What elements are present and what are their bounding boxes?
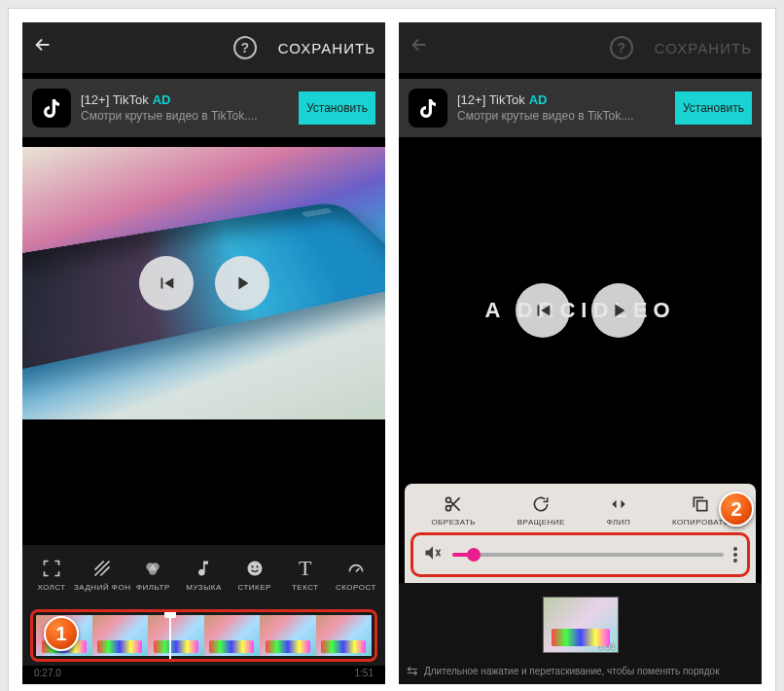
smiley-icon xyxy=(245,558,265,579)
left-screenshot: ? СОХРАНИТЬ [12+] TikTokAD Смотри крутые… xyxy=(22,22,385,684)
ad-banner[interactable]: [12+] TikTokAD Смотри крутые видео в Tik… xyxy=(22,79,385,137)
callout-1: 1 xyxy=(44,616,79,651)
svg-point-4 xyxy=(251,565,253,567)
copy-icon xyxy=(691,493,710,515)
hatch-icon xyxy=(92,558,112,579)
skip-back-button[interactable] xyxy=(139,256,194,310)
skip-back-button[interactable] xyxy=(516,283,570,338)
ad-text: [12+] TikTokAD Смотри крутые видео в Tik… xyxy=(81,92,289,124)
tool-rotate[interactable]: ВРАЩЕНИЕ xyxy=(517,493,565,527)
time-cues: 0:27.0 1:51 xyxy=(22,666,385,684)
ad-text: [12+] TikTokAD Смотри крутые видео в Tik… xyxy=(457,92,665,124)
reorder-hint: ⇆ Длительное нажатие и перетаскивание, ч… xyxy=(399,657,762,684)
music-note-icon xyxy=(194,558,213,579)
svg-rect-8 xyxy=(697,501,707,511)
topbar: ? СОХРАНИТЬ xyxy=(22,22,385,73)
tool-trim[interactable]: ОБРЕЗАТЬ xyxy=(431,493,476,527)
back-arrow-icon[interactable] xyxy=(32,34,53,61)
help-icon[interactable]: ? xyxy=(233,36,257,59)
video-preview[interactable]: A DRCIDLEO xyxy=(399,137,762,484)
tools-scrollbar[interactable]: ХОЛСТ ЗАДНИЙ ФОН ФИЛЬТР МУЗЫКА СТИКЕР T … xyxy=(22,545,385,603)
clip-tools-panel: ОБРЕЗАТЬ ВРАЩЕНИЕ ФЛИП КОПИРОВАТЬ xyxy=(405,484,756,583)
scissors-icon xyxy=(444,493,463,515)
gauge-icon xyxy=(346,558,366,579)
more-menu-icon[interactable] xyxy=(733,547,737,563)
volume-row xyxy=(410,532,750,577)
svg-point-2 xyxy=(149,566,157,574)
back-arrow-icon[interactable] xyxy=(409,34,430,61)
text-icon: T xyxy=(299,558,311,579)
flip-icon xyxy=(609,493,628,515)
right-screenshot: ? СОХРАНИТЬ [12+] TikTokAD Смотри крутые… xyxy=(399,22,762,684)
tool-text[interactable]: T ТЕКСТ xyxy=(280,558,331,592)
clip-thumbnail[interactable]: 1:51 xyxy=(543,597,619,653)
topbar: ? СОХРАНИТЬ xyxy=(399,22,762,73)
tool-music[interactable]: МУЗЫКА xyxy=(178,558,229,592)
tool-flip[interactable]: ФЛИП xyxy=(607,493,631,527)
tool-background[interactable]: ЗАДНИЙ ФОН xyxy=(77,558,127,592)
clip-area: 1:51 xyxy=(399,583,762,657)
callout-2: 2 xyxy=(719,491,754,527)
tiktok-icon xyxy=(32,89,71,127)
ad-banner[interactable]: [12+] TikTokAD Смотри крутые видео в Tik… xyxy=(399,79,762,137)
help-icon[interactable]: ? xyxy=(610,36,633,59)
venn-icon xyxy=(143,558,162,579)
tool-filter[interactable]: ФИЛЬТР xyxy=(127,558,178,592)
fullscreen-icon xyxy=(42,558,61,579)
rotate-icon xyxy=(531,493,551,515)
play-button[interactable] xyxy=(591,283,646,338)
save-button[interactable]: СОХРАНИТЬ xyxy=(278,40,375,56)
svg-point-3 xyxy=(247,561,262,575)
tool-speed[interactable]: СКОРОСТ xyxy=(331,558,381,592)
install-button[interactable]: Установить xyxy=(299,91,375,125)
video-preview[interactable] xyxy=(22,147,385,419)
volume-slider[interactable] xyxy=(452,553,724,557)
mute-icon[interactable] xyxy=(423,543,443,566)
tool-canvas[interactable]: ХОЛСТ xyxy=(26,558,77,592)
tool-sticker[interactable]: СТИКЕР xyxy=(230,558,280,592)
svg-point-5 xyxy=(256,565,258,567)
install-button[interactable]: Установить xyxy=(675,91,752,125)
play-button[interactable] xyxy=(215,256,269,310)
save-button[interactable]: СОХРАНИТЬ xyxy=(655,40,752,56)
swap-icon: ⇆ xyxy=(407,663,418,678)
tiktok-icon xyxy=(409,89,447,127)
